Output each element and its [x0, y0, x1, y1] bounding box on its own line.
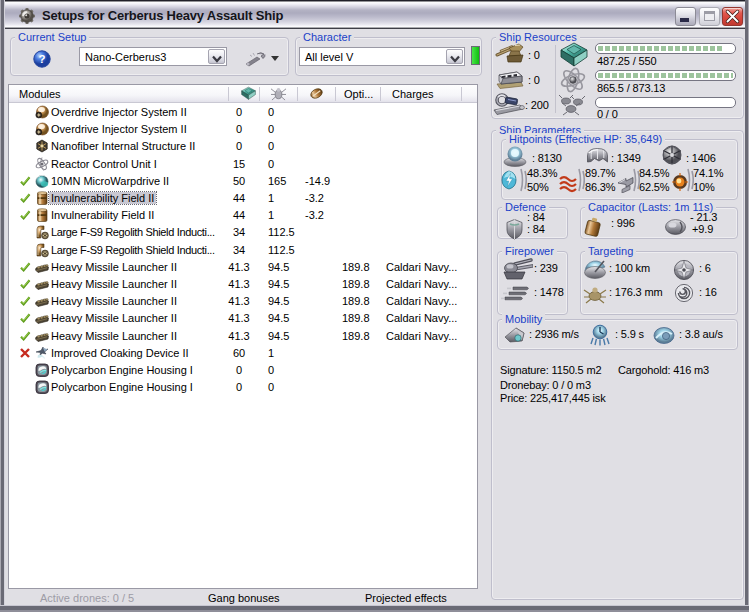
- svg-text:?: ?: [38, 53, 45, 65]
